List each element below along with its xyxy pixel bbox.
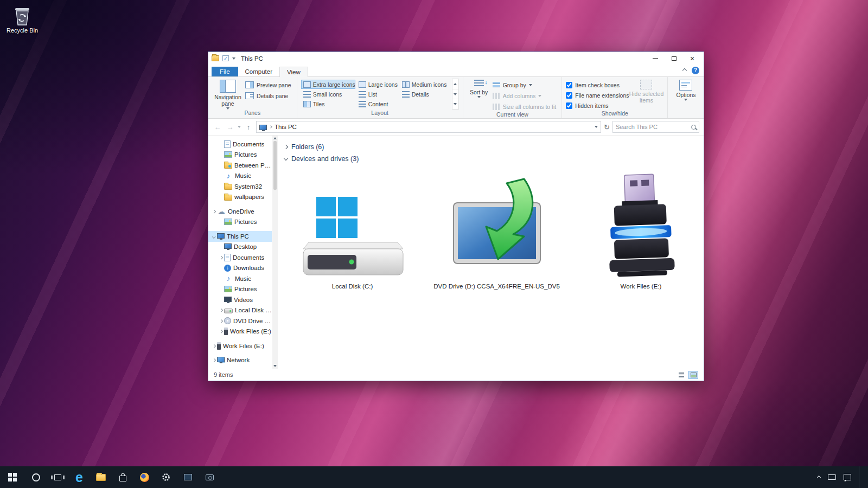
- store-button[interactable]: [112, 466, 133, 488]
- sidebar-item-network[interactable]: Network: [208, 355, 272, 366]
- group-by-button[interactable]: Group by: [491, 80, 558, 89]
- help-icon[interactable]: ?: [692, 67, 699, 74]
- scrollbar-thumb[interactable]: [273, 141, 277, 190]
- navigation-pane-button[interactable]: Navigation pane: [212, 79, 244, 110]
- layout-option-large-icons[interactable]: Large icons: [356, 80, 399, 89]
- minimize-button[interactable]: [646, 53, 665, 64]
- close-button[interactable]: ×: [683, 53, 701, 64]
- sidebar-item-between-pcs[interactable]: Between PCs: [208, 160, 272, 171]
- layout-option-tiles[interactable]: Tiles: [301, 99, 355, 108]
- start-button[interactable]: [0, 466, 25, 488]
- search-button[interactable]: [25, 466, 47, 488]
- address-dropdown-caret-icon[interactable]: [595, 126, 598, 128]
- group-header-folders[interactable]: Folders (6): [284, 141, 698, 153]
- expand-caret-icon[interactable]: [210, 359, 217, 362]
- address-bar[interactable]: This PC: [256, 121, 601, 133]
- checkbox-hidden-items[interactable]: Hidden items: [566, 101, 629, 110]
- options-button[interactable]: Options: [672, 79, 700, 110]
- edge-button[interactable]: e: [68, 466, 90, 488]
- customize-qat-caret-icon[interactable]: [232, 57, 235, 60]
- touch-keyboard-icon[interactable]: [828, 474, 836, 480]
- thumbnails-view-button[interactable]: [688, 371, 698, 379]
- sidebar-item-downloads[interactable]: ↓Downloads: [208, 263, 272, 274]
- layout-option-small-icons[interactable]: Small icons: [301, 89, 355, 99]
- sidebar-item-pictures[interactable]: Pictures: [208, 284, 272, 295]
- sidebar-item-work-files-e[interactable]: Work Files (E:): [208, 341, 272, 351]
- sidebar-item-local-disk-c[interactable]: Local Disk (C:): [208, 305, 272, 316]
- sidebar-item-this-pc[interactable]: This PC: [208, 231, 272, 242]
- tray-chevron-icon[interactable]: [817, 475, 821, 479]
- hide-selected-items-button[interactable]: Hide selected items: [629, 79, 663, 110]
- sidebar-item-music[interactable]: ♪Music: [208, 273, 272, 284]
- back-button[interactable]: ←: [213, 123, 222, 131]
- settings-button[interactable]: [155, 466, 177, 488]
- sidebar-item-work-files-e[interactable]: Work Files (E:): [208, 326, 272, 337]
- checkbox-input[interactable]: [566, 92, 572, 99]
- recent-locations-caret-icon[interactable]: [238, 126, 241, 128]
- layout-option-list[interactable]: List: [356, 89, 399, 99]
- action-center-icon[interactable]: [844, 474, 851, 480]
- checkbox-file-name-extensions[interactable]: File name extensions: [566, 91, 629, 100]
- layout-option-details[interactable]: Details: [400, 89, 450, 99]
- size-all-columns-button[interactable]: Size all columns to fit: [491, 102, 558, 111]
- tab-view[interactable]: View: [279, 67, 308, 77]
- sidebar-item-documents[interactable]: Documents: [208, 139, 272, 150]
- recycle-bin-shortcut[interactable]: Recycle Bin: [4, 4, 40, 34]
- forward-button[interactable]: →: [225, 123, 235, 131]
- sidebar-item-music[interactable]: ♪Music: [208, 171, 272, 182]
- layout-option-medium-icons[interactable]: Medium icons: [400, 80, 450, 89]
- file-explorer-button[interactable]: [90, 466, 112, 488]
- expand-caret-icon[interactable]: [218, 256, 224, 259]
- add-columns-button[interactable]: Add columns: [491, 91, 558, 100]
- firefox-button[interactable]: [133, 466, 155, 488]
- properties-shortcut-icon[interactable]: ✓: [222, 55, 229, 61]
- details-pane-button[interactable]: Details pane: [244, 91, 293, 100]
- expand-caret-icon[interactable]: [218, 320, 224, 323]
- refresh-button[interactable]: ↻: [604, 123, 610, 131]
- search-input[interactable]: [616, 124, 689, 130]
- chevron-down-icon[interactable]: [284, 156, 288, 160]
- gallery-more-button[interactable]: [452, 99, 458, 109]
- sidebar-item-wallpapers[interactable]: wallpapers: [208, 192, 272, 203]
- show-desktop-button[interactable]: [859, 466, 861, 488]
- gallery-scroll-up-button[interactable]: [452, 79, 458, 89]
- tab-computer[interactable]: Computer: [238, 67, 280, 76]
- up-button[interactable]: ↑: [244, 123, 253, 131]
- checkbox-item-check-boxes[interactable]: Item check boxes: [566, 80, 629, 89]
- checkbox-input[interactable]: [566, 102, 572, 109]
- sidebar-scrollbar[interactable]: [272, 136, 278, 369]
- details-view-button[interactable]: [676, 371, 686, 379]
- camera-app-button[interactable]: [199, 466, 220, 488]
- maximize-button[interactable]: [665, 53, 683, 64]
- minimize-ribbon-icon[interactable]: [682, 68, 687, 73]
- expand-caret-icon[interactable]: [218, 330, 224, 333]
- expand-caret-icon[interactable]: [210, 345, 217, 348]
- scrollbar-down-icon[interactable]: [273, 365, 277, 367]
- scrollbar-up-icon[interactable]: [273, 137, 277, 139]
- group-header-devices-drives[interactable]: Devices and drives (3): [284, 153, 698, 165]
- items-view[interactable]: Folders (6) Devices and drives (3): [278, 136, 704, 369]
- drive-tile-local-disk-c[interactable]: Local Disk (C:): [295, 172, 410, 290]
- sidebar-item-documents[interactable]: Documents: [208, 252, 272, 263]
- layout-option-content[interactable]: Content: [356, 99, 399, 108]
- sidebar-item-dvd-drive-d-c[interactable]: DVD Drive (D:) C: [208, 316, 272, 326]
- drive-tile-dvd-d[interactable]: DVD Drive (D:) CCSA_X64FRE_EN-US_DV5: [430, 172, 563, 290]
- drive-tile-work-files-e[interactable]: Work Files (E:): [584, 172, 698, 290]
- sidebar-item-pictures[interactable]: Pictures: [208, 217, 272, 228]
- search-box[interactable]: [612, 121, 699, 133]
- gallery-scroll-down-button[interactable]: [452, 89, 458, 100]
- tab-file[interactable]: File: [212, 67, 238, 76]
- preview-pane-button[interactable]: Preview pane: [244, 80, 293, 89]
- expand-caret-icon[interactable]: [210, 210, 217, 213]
- sidebar-item-pictures[interactable]: Pictures: [208, 150, 272, 160]
- breadcrumb-this-pc[interactable]: This PC: [275, 124, 297, 130]
- title-bar[interactable]: ✓ This PC ×: [208, 52, 704, 65]
- checkbox-input[interactable]: [566, 82, 572, 88]
- sidebar-item-system32[interactable]: System32: [208, 181, 272, 192]
- chevron-right-icon[interactable]: [284, 145, 288, 149]
- sort-by-button[interactable]: Sort by: [467, 79, 491, 111]
- sidebar-item-videos[interactable]: Videos: [208, 294, 272, 305]
- task-view-button[interactable]: [47, 466, 68, 488]
- expand-caret-icon[interactable]: [218, 309, 224, 312]
- expand-caret-icon[interactable]: [210, 235, 217, 238]
